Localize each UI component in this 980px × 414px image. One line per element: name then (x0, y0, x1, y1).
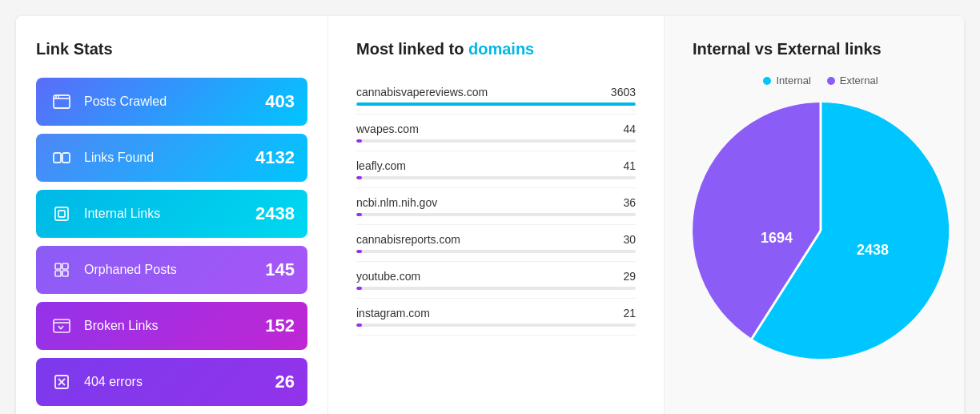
stat-label-orphaned-posts: Orphaned Posts (84, 263, 177, 277)
domain-bar-fill (356, 139, 362, 143)
domain-item: youtube.com 29 (356, 262, 636, 299)
svg-rect-4 (54, 153, 61, 163)
svg-rect-11 (55, 271, 61, 276)
domain-name: ncbi.nlm.nih.gov (356, 196, 437, 209)
domain-count: 21 (623, 307, 636, 320)
svg-line-16 (61, 326, 63, 329)
domain-bar-bg (356, 176, 636, 179)
domain-row: leafly.com 41 (356, 159, 636, 172)
domain-item: cannabisreports.com 30 (356, 225, 636, 262)
domain-row: ncbi.nlm.nih.gov 36 (356, 196, 636, 209)
stat-value-orphaned-posts: 145 (265, 259, 295, 280)
domain-item: ncbi.nlm.nih.gov 36 (356, 188, 636, 225)
domain-bar-bg (356, 250, 636, 253)
svg-rect-8 (58, 211, 65, 217)
domain-count: 3603 (611, 86, 636, 98)
stat-card-internal-links[interactable]: Internal Links 2438 (36, 190, 307, 238)
domain-bar-fill (356, 213, 362, 216)
stat-card-404-errors[interactable]: 404 errors 26 (36, 358, 307, 406)
stat-value-internal-links: 2438 (255, 203, 295, 224)
internal-chart-label: 2438 (857, 242, 889, 258)
svg-rect-5 (62, 153, 70, 163)
main-container: Link Stats Posts Crawled 403 Links Found… (16, 16, 964, 414)
right-panel-title: Internal vs External links (693, 40, 949, 58)
domain-bar-fill (356, 176, 362, 179)
domain-row: wvapes.com 44 (356, 123, 636, 135)
domain-count: 29 (623, 270, 636, 283)
stat-card-posts-crawled[interactable]: Posts Crawled 403 (36, 78, 307, 126)
middle-panel-title: Most linked to domains (356, 40, 636, 58)
domain-count: 44 (623, 123, 636, 135)
domain-bar-bg (356, 213, 636, 216)
domain-bar-bg (356, 139, 636, 143)
stat-card-left-links-found: Links Found (49, 145, 154, 171)
title-prefix: Most linked to (356, 40, 468, 58)
legend-external: External (827, 74, 878, 86)
domain-bar-bg (356, 324, 636, 327)
stat-value-broken-links: 152 (265, 316, 295, 336)
svg-rect-12 (62, 271, 68, 276)
domain-count: 41 (623, 159, 636, 172)
stat-label-404-errors: 404 errors (84, 375, 143, 389)
chart-legend: Internal External (693, 74, 949, 86)
domain-bar-bg (356, 287, 636, 290)
svg-rect-10 (62, 263, 68, 269)
domain-row: cannabisreports.com 30 (356, 233, 636, 246)
left-panel: Link Stats Posts Crawled 403 Links Found… (16, 16, 328, 414)
domain-name: wvapes.com (356, 123, 419, 135)
internal-dot (763, 77, 771, 85)
stat-card-left-broken-links: Broken Links (49, 313, 159, 339)
svg-rect-13 (54, 320, 70, 332)
domain-name: leafly.com (356, 159, 406, 172)
svg-rect-9 (55, 263, 61, 269)
broken-icon (49, 313, 74, 339)
svg-point-3 (58, 96, 59, 98)
stat-label-broken-links: Broken Links (84, 319, 159, 333)
domain-item: leafly.com 41 (356, 151, 636, 188)
stat-label-links-found: Links Found (84, 151, 154, 165)
stat-value-links-found: 4132 (255, 147, 295, 168)
domain-item: wvapes.com 44 (356, 115, 636, 151)
internal-legend-label: Internal (776, 74, 810, 86)
domain-bar-bg (356, 102, 636, 106)
domain-item: instagram.com 21 (356, 299, 636, 336)
pie-chart-container: 1694 2438 (693, 102, 949, 359)
stat-value-404-errors: 26 (275, 372, 295, 392)
x-box-icon (49, 369, 74, 395)
domain-name: instagram.com (356, 307, 430, 320)
domain-bar-fill (356, 324, 362, 327)
external-dot (827, 77, 835, 85)
left-panel-title: Link Stats (36, 40, 307, 58)
stat-label-internal-links: Internal Links (84, 207, 160, 221)
pie-chart: 1694 2438 (693, 102, 949, 359)
domain-bar-fill (356, 287, 362, 290)
external-chart-label: 1694 (761, 230, 793, 246)
svg-point-2 (55, 96, 57, 98)
box-icon (49, 201, 74, 227)
external-legend-label: External (840, 74, 878, 86)
stat-card-left-404-errors: 404 errors (49, 369, 143, 395)
stat-card-orphaned-posts[interactable]: Orphaned Posts 145 (36, 246, 307, 294)
domain-name: cannabisreports.com (356, 233, 460, 246)
browser-icon (49, 89, 74, 115)
domain-name: cannabisvapereviews.com (356, 86, 488, 98)
domain-list: cannabisvapereviews.com 3603 wvapes.com … (356, 78, 636, 336)
stat-value-posts-crawled: 403 (265, 91, 295, 112)
stat-card-left-orphaned-posts: Orphaned Posts (49, 257, 177, 283)
link-icon (49, 145, 74, 171)
right-panel: Internal vs External links Internal Exte… (665, 16, 964, 414)
title-highlight: domains (468, 40, 534, 58)
domain-row: cannabisvapereviews.com 3603 (356, 86, 636, 98)
domain-name: youtube.com (356, 270, 420, 283)
legend-internal: Internal (763, 74, 810, 86)
stat-card-left-internal-links: Internal Links (49, 201, 160, 227)
stat-card-links-found[interactable]: Links Found 4132 (36, 134, 307, 182)
stat-label-posts-crawled: Posts Crawled (84, 94, 167, 109)
domain-row: youtube.com 29 (356, 270, 636, 283)
stat-card-left-posts-crawled: Posts Crawled (49, 89, 167, 115)
stat-cards: Posts Crawled 403 Links Found 4132 Inter… (36, 78, 307, 406)
domain-count: 30 (623, 233, 636, 246)
domain-bar-fill (356, 250, 362, 253)
domain-row: instagram.com 21 (356, 307, 636, 320)
stat-card-broken-links[interactable]: Broken Links 152 (36, 302, 307, 350)
